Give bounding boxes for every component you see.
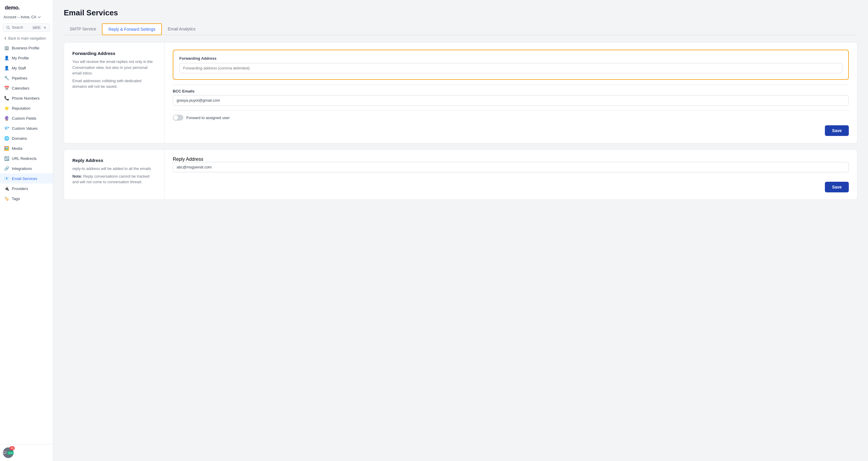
domains-icon: 🌐 [4,136,9,141]
bcc-section: BCC Emails [173,85,849,106]
chevron-left-icon [4,37,7,40]
chat-icon-button[interactable]: 12 new [3,448,13,458]
forwarding-form: Forwarding Address BCC Emails [164,42,857,143]
sidebar-item-reputation[interactable]: ⭐Reputation [0,103,53,113]
toggle-label: Forward to assigned user [186,116,230,120]
tabs-bar: SMTP Service Reply & Forward Settings Em… [64,23,857,35]
integrations-icon: 🔗 [4,166,9,171]
tab-smtp-service[interactable]: SMTP Service [64,24,102,35]
sidebar-item-label: Providers [12,186,28,191]
sidebar-item-my-profile[interactable]: 👤My Profile [0,53,53,63]
lightning-icon [43,26,46,30]
sidebar-item-label: My Profile [12,56,29,60]
forwarding-desc-text1: You will receive the email replies not o… [72,59,156,76]
email-services-icon: 📧 [4,176,9,181]
phone-numbers-icon: 📞 [4,96,9,100]
chat-badge: 12 [9,446,15,450]
sidebar-item-label: Integrations [12,166,32,171]
account-selector[interactable]: Account -- Irvine, CA [0,13,53,21]
back-nav-label: Back to main navigation [8,36,46,40]
pipelines-icon: 🔧 [4,76,9,80]
sidebar-item-label: My Staff [12,66,26,70]
app-logo: demo. [0,0,53,13]
sidebar-item-label: Phone Numbers [12,96,39,100]
chevron-down-icon [37,16,41,19]
forwarding-address-input[interactable] [179,63,842,73]
page-title: Email Services [64,8,857,18]
calendars-icon: 📅 [4,86,9,90]
sidebar-item-label: Pipelines [12,76,28,80]
sidebar-item-label: URL Redirects [12,156,37,161]
forwarding-desc-text2: Email addresses colliding with dedicated… [72,78,156,90]
sidebar-item-business-profile[interactable]: 🏢Business Profile [0,43,53,53]
account-label: Account -- Irvine, CA [4,15,36,19]
sidebar-item-label: Business Profile [12,46,39,50]
custom-fields-icon: 🔮 [4,116,9,121]
search-icon [6,26,10,30]
search-bar[interactable]: Search ctrl K [3,23,50,32]
sidebar-item-tags[interactable]: 🏷️Tags [0,194,53,204]
sidebar-item-label: Domains [12,136,27,141]
sidebar-item-label: Tags [12,197,20,201]
back-nav[interactable]: Back to main navigation [0,34,53,43]
forwarding-save-button[interactable]: Save [825,125,849,136]
sidebar-item-label: Reputation [12,106,30,111]
custom-values-icon: 💎 [4,126,9,131]
media-icon: 🖼️ [4,146,9,151]
forward-to-assigned-toggle[interactable] [173,115,183,121]
sidebar-item-custom-values[interactable]: 💎Custom Values [0,123,53,133]
toggle-row: Forward to assigned user [173,110,849,121]
reply-save-row: Save [173,177,849,192]
sidebar-item-label: Email Services [12,176,37,181]
bcc-emails-input[interactable] [173,95,849,106]
content-area: Email Services SMTP Service Reply & Forw… [53,0,868,461]
reply-address-section: Reply Address reply-to address will be a… [64,149,857,200]
sidebar-item-phone-numbers[interactable]: 📞Phone Numbers [0,93,53,103]
search-label: Search [12,25,23,30]
arrow-annotation [851,46,857,81]
sidebar-item-custom-fields[interactable]: 🔮Custom Fields [0,113,53,123]
reply-desc: Reply Address reply-to address will be a… [64,149,164,199]
forwarding-save-row: Save [173,121,849,136]
sidebar-item-url-redirects[interactable]: ↩️URL Redirects [0,153,53,164]
sidebar-item-label: Custom Values [12,126,37,131]
reply-address-input[interactable] [173,162,849,172]
sidebar-item-media[interactable]: 🖼️Media [0,143,53,153]
sidebar-item-domains[interactable]: 🌐Domains [0,133,53,143]
search-shortcut: ctrl K [32,26,41,30]
reply-address-card: Reply Address [173,156,849,172]
providers-icon: 🔌 [4,186,9,191]
bcc-label: BCC Emails [173,89,849,93]
nav-items: 🏢Business Profile👤My Profile👤My Staff🔧Pi… [0,43,53,444]
sidebar-item-label: Custom Fields [12,116,36,121]
new-badge: new [7,451,13,455]
sidebar-item-label: Media [12,146,22,151]
sidebar: demo. Account -- Irvine, CA Search ctrl … [0,0,53,461]
sidebar-item-label: Calendars [12,86,29,90]
sidebar-item-integrations[interactable]: 🔗Integrations [0,164,53,173]
sidebar-item-pipelines[interactable]: 🔧Pipelines [0,73,53,83]
forwarding-address-section: Forwarding Address You will receive the … [64,42,857,143]
reputation-icon: ⭐ [4,106,9,111]
forwarding-address-label: Forwarding Address [179,56,842,61]
reply-address-label: Reply Address [173,156,203,162]
sidebar-item-providers[interactable]: 🔌Providers [0,183,53,194]
reply-save-button[interactable]: Save [825,182,849,192]
chat-icon [3,450,7,455]
reply-note: Note: Reply conversations cannot be trac… [72,173,156,185]
reply-title: Reply Address [72,158,156,163]
my-staff-icon: 👤 [4,66,9,70]
tags-icon: 🏷️ [4,196,9,201]
url-redirects-icon: ↩️ [4,156,9,161]
sidebar-item-email-services[interactable]: 📧Email Services [0,173,53,183]
tab-email-analytics[interactable]: Email Analytics [162,24,202,35]
sidebar-item-calendars[interactable]: 📅Calendars [0,83,53,93]
reply-desc-text: reply-to address will be added to all th… [72,166,156,172]
sidebar-item-my-staff[interactable]: 👤My Staff [0,63,53,73]
forwarding-desc: Forwarding Address You will receive the … [64,42,164,143]
tab-reply-forward-settings[interactable]: Reply & Forward Settings [102,23,162,35]
my-profile-icon: 👤 [4,56,9,60]
forwarding-title: Forwarding Address [72,51,156,56]
forwarding-address-card: Forwarding Address [173,50,849,80]
business-profile-icon: 🏢 [4,46,9,50]
